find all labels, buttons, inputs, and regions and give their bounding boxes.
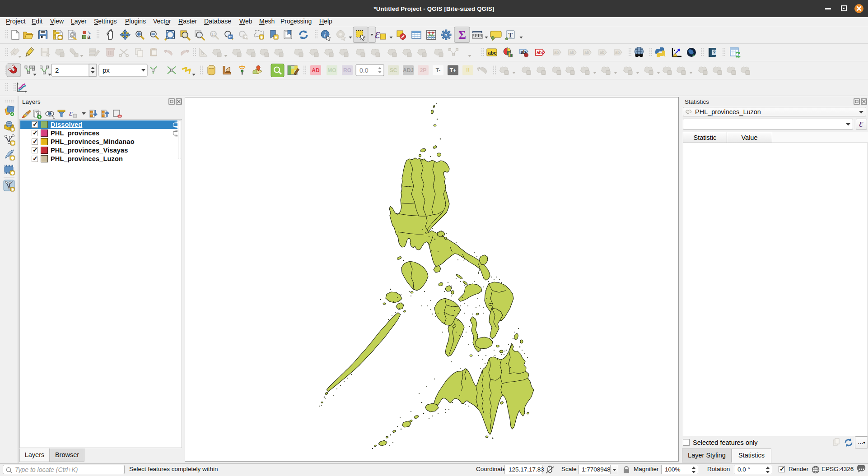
svg-text:RO: RO xyxy=(343,67,351,74)
svg-text:T: T xyxy=(508,32,513,39)
svg-text:MO: MO xyxy=(327,67,336,74)
svg-text:T+: T+ xyxy=(450,67,456,74)
svg-text:Σ: Σ xyxy=(458,28,466,42)
svg-text:T-: T- xyxy=(436,67,441,74)
svg-text:AD: AD xyxy=(312,67,320,74)
svg-text:0.0: 0.0 xyxy=(359,67,369,74)
svg-text:SC: SC xyxy=(390,67,397,74)
svg-text:✱: ✱ xyxy=(11,127,15,132)
svg-text:ε: ε xyxy=(69,109,73,118)
svg-text:ε: ε xyxy=(375,26,380,41)
svg-text:a: a xyxy=(87,33,91,40)
svg-text:!!: !! xyxy=(466,67,470,74)
svg-text:✱: ✱ xyxy=(11,187,15,192)
svg-text:✱: ✱ xyxy=(11,171,14,176)
svg-text:2P: 2P xyxy=(420,67,427,74)
svg-text:ADJ: ADJ xyxy=(403,67,414,74)
svg-text:abc: abc xyxy=(488,50,497,55)
svg-text:✱: ✱ xyxy=(11,141,15,146)
svg-text:✱: ✱ xyxy=(11,156,14,161)
svg-text:1:1: 1:1 xyxy=(211,33,216,36)
svg-text:px: px xyxy=(103,66,110,74)
svg-text:✱: ✱ xyxy=(260,35,264,40)
svg-text:ab: ab xyxy=(600,50,605,55)
svg-text:✱: ✱ xyxy=(275,35,278,40)
svg-text:?: ? xyxy=(713,50,716,55)
svg-text:2: 2 xyxy=(55,66,59,74)
svg-text:ab: ab xyxy=(615,50,620,55)
svg-text:abc: abc xyxy=(537,50,545,55)
svg-text:ab: ab xyxy=(554,50,559,55)
svg-text:i: i xyxy=(324,31,326,38)
svg-text:ab: ab xyxy=(584,50,589,55)
svg-text:ab: ab xyxy=(569,50,574,55)
